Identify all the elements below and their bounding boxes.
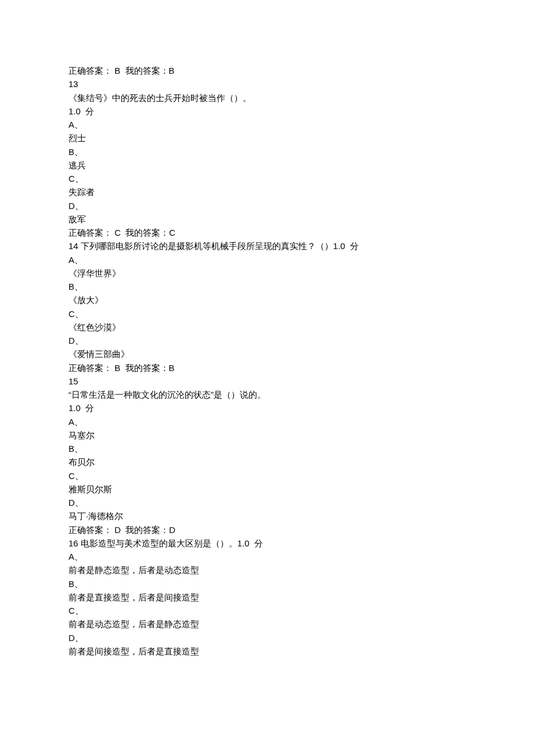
option-label: C、 <box>68 307 466 321</box>
answer-line: 正确答案： B 我的答案：B <box>68 361 466 375</box>
option-text: 《放大》 <box>68 293 466 307</box>
option-label: C、 <box>68 172 466 185</box>
answer-line: 正确答案： C 我的答案：C <box>68 226 466 239</box>
option-text: 逃兵 <box>68 159 466 172</box>
answer-line: 正确答案： D 我的答案：D <box>68 523 466 537</box>
score-line: 1.0 分 <box>68 105 466 118</box>
option-text: 《爱情三部曲》 <box>68 347 466 361</box>
option-label: C、 <box>68 604 466 617</box>
question-text: “日常生活是一种散文化的沉沦的状态”是（）说的。 <box>68 388 466 401</box>
option-label: A、 <box>68 118 466 131</box>
option-label: B、 <box>68 145 466 159</box>
option-label: D、 <box>68 334 466 347</box>
question-number: 13 <box>68 77 466 91</box>
option-label: B、 <box>68 442 466 455</box>
option-text: 前者是静态造型，后者是动态造型 <box>68 563 466 577</box>
question-text: 14 下列哪部电影所讨论的是摄影机等机械手段所呈现的真实性？（）1.0 分 <box>68 239 466 253</box>
option-text: 布贝尔 <box>68 455 466 469</box>
option-label: A、 <box>68 550 466 563</box>
option-label: C、 <box>68 469 466 483</box>
question-number: 15 <box>68 375 466 388</box>
document-page: 正确答案： B 我的答案：B 13 《集结号》中的死去的士兵开始时被当作（）。 … <box>0 0 534 756</box>
option-text: 敌军 <box>68 213 466 226</box>
score-line: 1.0 分 <box>68 401 466 415</box>
option-text: 失踪者 <box>68 185 466 199</box>
question-text: 16 电影造型与美术造型的最大区别是（）。1.0 分 <box>68 537 466 550</box>
option-text: 马丁·海德格尔 <box>68 509 466 523</box>
option-text: 前者是间接造型，后者是直接造型 <box>68 645 466 658</box>
option-label: D、 <box>68 199 466 213</box>
option-text: 雅斯贝尔斯 <box>68 483 466 496</box>
option-label: D、 <box>68 496 466 509</box>
option-label: B、 <box>68 577 466 591</box>
option-text: 前者是动态造型，后者是静态造型 <box>68 617 466 631</box>
option-text: 烈士 <box>68 131 466 145</box>
option-label: B、 <box>68 280 466 293</box>
question-text: 《集结号》中的死去的士兵开始时被当作（）。 <box>68 91 466 105</box>
option-label: D、 <box>68 631 466 645</box>
option-text: 前者是直接造型，后者是间接造型 <box>68 591 466 604</box>
answer-line: 正确答案： B 我的答案：B <box>68 64 466 77</box>
option-label: A、 <box>68 415 466 429</box>
option-text: 《红色沙漠》 <box>68 321 466 334</box>
option-text: 马塞尔 <box>68 429 466 442</box>
option-label: A、 <box>68 253 466 267</box>
option-text: 《浮华世界》 <box>68 267 466 280</box>
